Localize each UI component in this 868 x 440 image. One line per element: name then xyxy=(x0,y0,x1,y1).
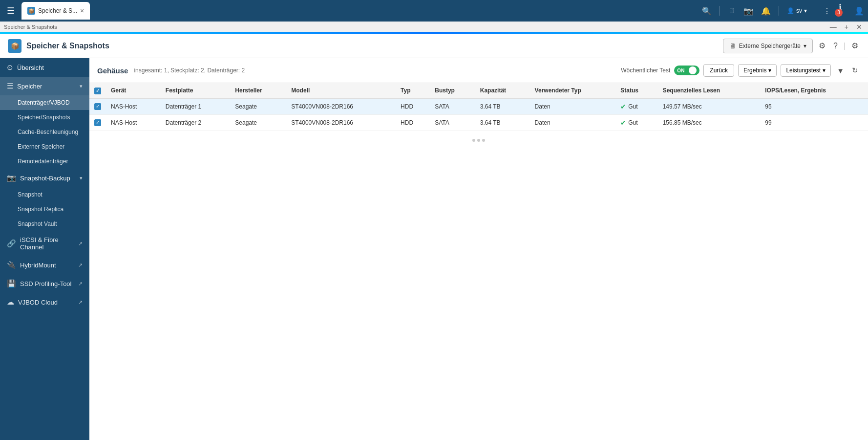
cache-beschleunigung-label: Cache-Beschleunigung xyxy=(18,129,78,135)
sidebar-item-snapshot-vault[interactable]: Snapshot Vault xyxy=(0,217,89,231)
content-subtitle: insgesamt: 1, Steckplatz: 2, Datenträger… xyxy=(134,67,245,74)
profile-icon[interactable]: 👤 xyxy=(854,6,864,16)
sidebar-item-snapshot[interactable]: Snapshot xyxy=(0,187,89,202)
table-row[interactable]: ✓ NAS-Host Datenträger 1 Seagate ST4000V… xyxy=(89,98,868,114)
col-used-type: Verwendeter Typ xyxy=(530,83,616,98)
col-seq-read: Sequenzielles Lesen xyxy=(658,83,761,98)
help-icon[interactable]: ? xyxy=(831,40,840,52)
col-capacity: Kapazität xyxy=(475,83,530,98)
hybridmount-icon: 🔌 xyxy=(7,261,16,269)
loading-dot-1 xyxy=(472,139,475,142)
sidebar-item-remotedatentrager[interactable]: Remotedatenträger xyxy=(0,154,89,169)
more-icon[interactable]: ⋮ xyxy=(823,6,831,16)
status-good-icon-0: ✔ xyxy=(620,103,626,110)
monitor-icon[interactable]: 🖥 xyxy=(728,6,736,15)
cell-model-0: ST4000VN008-2DR166 xyxy=(286,98,396,114)
sidebar-item-storage[interactable]: ☰ Speicher ▾ xyxy=(0,77,89,95)
weekly-test-toggle[interactable]: ON xyxy=(674,66,699,75)
content-area: Gehäuse insgesamt: 1, Steckplatz: 2, Dat… xyxy=(89,58,868,440)
refresh-icon[interactable]: ↻ xyxy=(850,64,860,77)
sidebar-item-cache-beschleunigung[interactable]: Cache-Beschleunigung xyxy=(0,125,89,139)
sidebar-snapshot-backup-label: Snapshot-Backup xyxy=(20,175,76,182)
sidebar-item-snapshot-replica[interactable]: Snapshot Replica xyxy=(0,202,89,217)
cell-bustype-0: SATA xyxy=(430,98,475,114)
bell-icon[interactable]: 🔔 xyxy=(761,6,771,16)
cell-capacity-1: 3.64 TB xyxy=(475,114,530,131)
select-all-checkbox[interactable]: ✓ xyxy=(94,88,101,94)
minimize-button[interactable]: — xyxy=(828,23,839,31)
sidebar-item-speicher-snapshots[interactable]: Speicher/Snapshots xyxy=(0,110,89,125)
sidebar-item-snapshot-backup[interactable]: 📷 Snapshot-Backup ▾ xyxy=(0,169,89,187)
col-device: Gerät xyxy=(106,83,161,98)
sidebar-item-externer-speicher[interactable]: Externer Speicher xyxy=(0,139,89,154)
close-button[interactable]: ✕ xyxy=(854,23,864,31)
sidebar-item-iscsi-fibre[interactable]: 🔗 iSCSI & Fibre Channel ↗ xyxy=(0,231,89,256)
gear-icon[interactable]: ⚙ xyxy=(849,39,860,52)
cell-seq-read-0: 149.57 MB/sec xyxy=(658,98,761,114)
external-storage-button[interactable]: 🖥 Externe Speichergeräte ▾ xyxy=(723,39,813,53)
taskbar: ☰ 📦 Speicher & S... × 🔍 🖥 📷 🔔 👤 sv ▾ ⋮ ℹ… xyxy=(0,0,868,22)
storage-icon: ☰ xyxy=(7,82,13,90)
cell-type-1: HDD xyxy=(396,114,430,131)
window-controls: — + ✕ xyxy=(828,23,864,31)
settings-icon[interactable]: ⚙ xyxy=(817,39,827,52)
result-button[interactable]: Ergebnis ▾ xyxy=(738,64,777,77)
ssd-profiling-external-link-icon: ↗ xyxy=(78,281,83,287)
header-actions: 🖥 Externe Speichergeräte ▾ ⚙ ? | ⚙ xyxy=(723,39,860,53)
taskbar-tab[interactable]: 📦 Speicher & S... × xyxy=(21,2,90,20)
cell-device-0: NAS-Host xyxy=(106,98,161,114)
external-storage-chevron-icon: ▾ xyxy=(804,43,806,49)
window-title: Speicher & Snapshots xyxy=(4,24,828,30)
col-bustype: Bustyp xyxy=(430,83,475,98)
cell-iops-0: 95 xyxy=(760,98,868,114)
sidebar-item-ssd-profiling[interactable]: 💾 SSD Profiling-Tool ↗ xyxy=(0,274,89,293)
cell-model-1: ST4000VN008-2DR166 xyxy=(286,114,396,131)
hamburger-icon[interactable]: ☰ xyxy=(4,2,18,19)
status-label-0: Gut xyxy=(628,103,637,110)
sidebar-item-hybridmount[interactable]: 🔌 HybridMount ↗ xyxy=(0,256,89,274)
search-icon[interactable]: 🔍 xyxy=(702,6,712,16)
col-model: Modell xyxy=(286,83,396,98)
hybridmount-label: HybridMount xyxy=(20,262,74,269)
maximize-button[interactable]: + xyxy=(843,23,850,31)
storage-icon: 🖥 xyxy=(729,42,736,50)
taskbar-right: 🔍 🖥 📷 🔔 👤 sv ▾ ⋮ ℹ 3 👤 xyxy=(702,2,864,20)
main-layout: ⊙ Übersicht ☰ Speicher ▾ Datenträger/VJB… xyxy=(0,58,868,440)
cell-check-1[interactable]: ✓ xyxy=(89,114,106,131)
result-label: Ergebnis xyxy=(743,67,766,74)
filter-icon[interactable]: ▼ xyxy=(835,65,846,77)
divider-3 xyxy=(815,6,815,16)
iscsi-external-link-icon: ↗ xyxy=(78,241,83,247)
cell-iops-1: 99 xyxy=(760,114,868,131)
table-header-row: ✓ Gerät Festplatte Hersteller Modell Typ… xyxy=(89,83,868,98)
sidebar-item-datentrager-vjbod[interactable]: Datenträger/VJBOD xyxy=(0,95,89,110)
sidebar-item-vjbod-cloud[interactable]: ☁ VJBOD Cloud ↗ xyxy=(0,293,89,311)
row-checkbox-1[interactable]: ✓ xyxy=(94,119,101,126)
cell-used-type-0: Daten xyxy=(530,98,616,114)
table-row[interactable]: ✓ NAS-Host Datenträger 2 Seagate ST4000V… xyxy=(89,114,868,131)
col-check: ✓ xyxy=(89,83,106,98)
cell-status-1: ✔ Gut xyxy=(615,114,657,131)
sidebar-item-overview[interactable]: ⊙ Übersicht xyxy=(0,58,89,77)
vjbod-cloud-label: VJBOD Cloud xyxy=(18,299,74,306)
user-menu[interactable]: 👤 sv ▾ xyxy=(787,7,807,14)
toggle-circle xyxy=(689,66,697,74)
external-storage-label: Externe Speichergeräte xyxy=(739,43,801,49)
tab-close-button[interactable]: × xyxy=(80,7,84,15)
back-button[interactable]: Zurück xyxy=(703,64,734,77)
camera-icon[interactable]: 📷 xyxy=(743,6,753,16)
storage-chevron-icon: ▾ xyxy=(80,83,83,89)
iscsi-icon: 🔗 xyxy=(7,239,16,248)
snapshot-backup-chevron-icon: ▾ xyxy=(80,175,83,181)
col-type: Typ xyxy=(396,83,430,98)
performance-test-button[interactable]: Leistungstest ▾ xyxy=(781,64,831,77)
weekly-test-label: Wöchentlicher Test xyxy=(621,67,670,74)
snapshot-replica-label: Snapshot Replica xyxy=(18,206,64,213)
row-checkbox-0[interactable]: ✓ xyxy=(94,103,101,110)
user-chevron-icon: ▾ xyxy=(804,7,807,14)
loading-dots xyxy=(472,139,485,142)
cell-check-0[interactable]: ✓ xyxy=(89,98,106,114)
snapshot-backup-icon: 📷 xyxy=(7,174,16,182)
externer-speicher-label: Externer Speicher xyxy=(18,143,64,150)
overview-icon: ⊙ xyxy=(7,63,13,72)
